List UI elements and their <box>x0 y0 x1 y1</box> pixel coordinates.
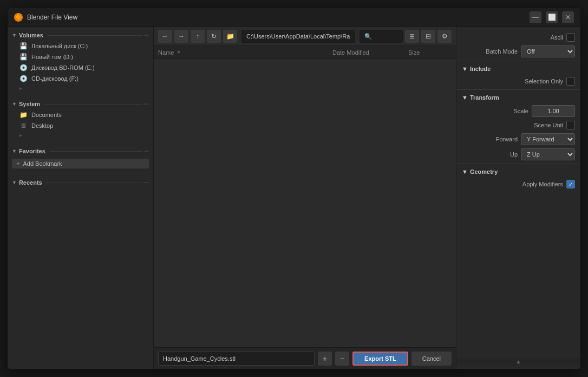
volumes-section: ▼ Volumes ··· 💾 Локальный диск (C:) 💾 Но… <box>8 27 153 95</box>
sidebar-item-c-drive[interactable]: 💾 Локальный диск (C:) <box>8 41 153 51</box>
minimize-button[interactable]: — <box>530 11 541 23</box>
folder-button[interactable]: 📁 <box>223 30 237 43</box>
system-arrow-icon: ▼ <box>12 101 17 107</box>
scroll-up-indicator[interactable]: ▲ <box>456 358 580 365</box>
minus-button[interactable]: − <box>335 352 349 366</box>
sidebar-item-f-label: CD-дисковод (F:) <box>31 75 79 82</box>
up-button[interactable]: ↑ <box>191 30 205 43</box>
favorites-label: Favorites <box>19 148 45 154</box>
desktop-icon: 🖥 <box>19 122 27 129</box>
refresh-button[interactable]: ↻ <box>207 30 221 43</box>
path-input[interactable] <box>241 30 355 43</box>
right-panel-spacer <box>456 191 580 358</box>
scale-label: Scale <box>462 108 528 114</box>
forward-label: Forward <box>462 136 518 142</box>
apply-modifiers-checkbox[interactable]: ✓ <box>566 180 575 188</box>
titlebar: 🔶 Blender File View — ⬜ ✕ <box>8 8 580 27</box>
sidebar-item-documents-label: Documents <box>31 112 62 118</box>
settings-button[interactable]: ⚙ <box>437 30 452 43</box>
selection-only-label: Selection Only <box>462 78 563 84</box>
recents-label: Recents <box>19 179 42 186</box>
include-arrow-icon: ▼ <box>462 66 468 72</box>
geometry-section-header[interactable]: ▼ Geometry <box>456 166 580 178</box>
scene-unit-checkbox[interactable] <box>566 121 575 129</box>
batch-mode-row: Batch Mode Off Object Scene <box>456 44 580 59</box>
apply-modifiers-row: Apply Modifiers ✓ <box>456 178 580 191</box>
batch-mode-select[interactable]: Off Object Scene <box>521 46 575 57</box>
forward-button[interactable]: → <box>174 30 188 43</box>
bottom-bar: + − Export STL Cancel <box>154 347 456 369</box>
include-section-header[interactable]: ▼ Include <box>456 63 580 75</box>
col-date-label: Date Modified <box>332 49 369 56</box>
favorites-section: ▼ Favorites ··· + Add Bookmark <box>8 142 153 174</box>
sidebar-item-desktop-label: Desktop <box>31 122 53 129</box>
system-expand[interactable]: ▸ <box>8 131 153 139</box>
window-title: Blender File View <box>27 14 530 21</box>
sidebar-item-e-label: Дисковод BD-ROM (E:) <box>31 64 95 71</box>
system-label: System <box>19 101 40 107</box>
system-dots-icon: ··· <box>145 101 149 107</box>
recents-section: ▼ Recents ··· <box>8 174 153 191</box>
batch-mode-label: Batch Mode <box>462 48 518 55</box>
add-bookmark-plus-icon: + <box>16 160 19 167</box>
volumes-arrow-icon: ▼ <box>12 32 17 38</box>
ascii-checkbox[interactable] <box>566 33 575 42</box>
divider-2 <box>456 89 580 90</box>
blender-file-view-window: 🔶 Blender File View — ⬜ ✕ ▼ Volumes ··· … <box>7 8 581 369</box>
filename-input[interactable] <box>158 352 315 366</box>
sidebar-item-d-drive[interactable]: 💾 Новый том (D:) <box>8 51 153 62</box>
favorites-section-header[interactable]: ▼ Favorites ··· <box>8 146 153 157</box>
recents-arrow-icon: ▼ <box>12 180 17 185</box>
volumes-dots-icon: ··· <box>145 32 149 38</box>
transform-arrow-icon: ▼ <box>462 94 468 101</box>
maximize-button[interactable]: ⬜ <box>546 11 558 23</box>
file-list-body[interactable] <box>154 59 456 347</box>
sidebar-item-d-label: Новый том (D:) <box>31 54 73 60</box>
cancel-button[interactable]: Cancel <box>411 352 452 366</box>
sidebar-item-e-drive[interactable]: 💿 Дисковод BD-ROM (E:) <box>8 62 153 73</box>
recents-section-header[interactable]: ▼ Recents ··· <box>8 177 153 188</box>
forward-row: Forward X Forward Y Forward Z Forward -X… <box>456 132 580 147</box>
center-panel: ← → ↑ ↻ 📁 ⊞ ⊟ ⚙ Name ▼ Date Modified <box>154 27 456 369</box>
up-select[interactable]: X Up Y Up Z Up -X Up -Y Up -Z Up <box>521 148 575 160</box>
volumes-divider <box>48 35 142 36</box>
sidebar-item-documents[interactable]: 📁 Documents <box>8 109 153 120</box>
sidebar-item-desktop[interactable]: 🖥 Desktop <box>8 120 153 131</box>
up-row: Up X Up Y Up Z Up -X Up -Y Up -Z Up <box>456 147 580 162</box>
drive-f-icon: 💿 <box>19 75 27 82</box>
main-content: ▼ Volumes ··· 💾 Локальный диск (C:) 💾 Но… <box>8 27 580 369</box>
ascii-row: Ascii <box>456 31 580 44</box>
system-section-header[interactable]: ▼ System ··· <box>8 99 153 109</box>
volumes-expand[interactable]: ▸ <box>8 84 153 92</box>
filter-button[interactable]: ⊟ <box>421 30 435 43</box>
scale-input[interactable] <box>532 105 575 117</box>
drive-c-icon: 💾 <box>19 42 27 50</box>
export-stl-button[interactable]: Export STL <box>352 352 408 366</box>
forward-select[interactable]: X Forward Y Forward Z Forward -X Forward… <box>521 133 575 145</box>
recents-divider <box>47 183 142 183</box>
up-label: Up <box>462 151 518 158</box>
divider-3 <box>456 164 580 164</box>
view-button[interactable]: ⊞ <box>405 30 419 43</box>
documents-icon: 📁 <box>19 111 27 119</box>
scale-row: Scale <box>456 103 580 119</box>
scene-unit-label: Scene Unit <box>462 122 563 128</box>
volumes-section-header[interactable]: ▼ Volumes ··· <box>8 30 153 41</box>
transform-label: Transform <box>470 94 499 101</box>
favorites-arrow-icon: ▼ <box>12 148 17 154</box>
col-name-label: Name <box>158 49 174 56</box>
back-button[interactable]: ← <box>158 30 172 43</box>
volumes-label: Volumes <box>19 32 43 38</box>
close-button[interactable]: ✕ <box>562 11 574 23</box>
right-panel: Ascii Batch Mode Off Object Scene ▼ Incl… <box>456 27 580 369</box>
toolbar: ← → ↑ ↻ 📁 ⊞ ⊟ ⚙ <box>154 27 456 46</box>
search-input[interactable] <box>360 30 403 43</box>
favorites-divider <box>50 151 142 152</box>
scroll-up-icon: ▲ <box>516 359 521 365</box>
sidebar-item-f-drive[interactable]: 💿 CD-дисковод (F:) <box>8 73 153 84</box>
plus-button[interactable]: + <box>318 352 332 366</box>
transform-section-header[interactable]: ▼ Transform <box>456 92 580 103</box>
geometry-label: Geometry <box>470 168 498 175</box>
add-bookmark-button[interactable]: + Add Bookmark <box>12 159 149 168</box>
selection-only-checkbox[interactable] <box>566 77 575 86</box>
